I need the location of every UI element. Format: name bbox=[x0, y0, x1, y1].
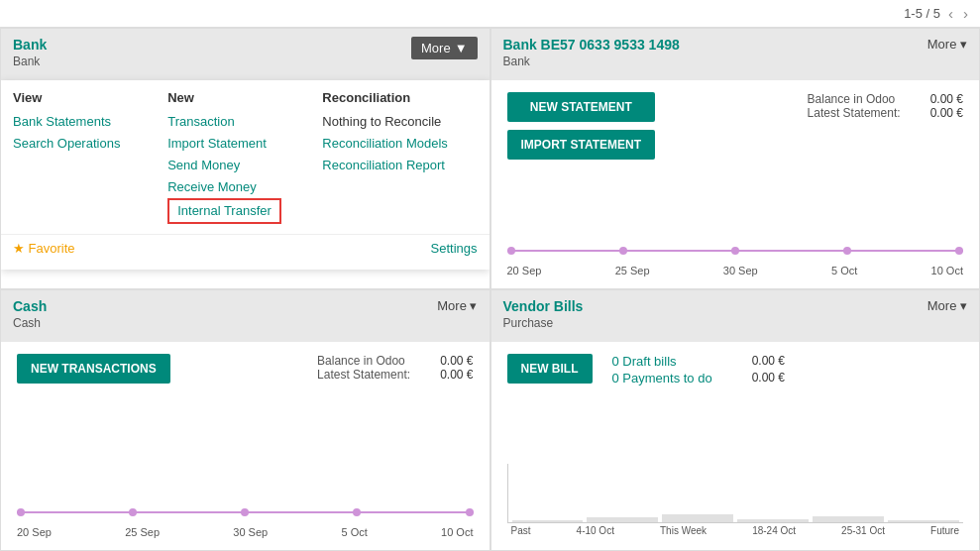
bar-chart-bars bbox=[507, 464, 964, 523]
bank-detail-body: NEW STATEMENT IMPORT STATEMENT Balance i… bbox=[491, 80, 980, 288]
new-col-title: New bbox=[167, 90, 322, 105]
prev-page-button[interactable]: ‹ bbox=[946, 5, 955, 22]
bank-detail-card: Bank BE57 0633 9533 1498 Bank More ▾ NEW… bbox=[490, 28, 981, 289]
bank-detail-subtitle: Bank bbox=[503, 55, 680, 68]
vendor-bills-body: NEW BILL 0 Draft bills 0.00 € 0 Payments… bbox=[491, 342, 980, 550]
bar-18-24-oct bbox=[737, 519, 809, 522]
cash-card-subtitle: Cash bbox=[13, 316, 47, 330]
reconciliation-col-title: Reconciliation bbox=[322, 90, 477, 105]
search-operations-link[interactable]: Search Operations bbox=[13, 133, 167, 155]
dropdown-view-col: View Bank Statements Search Operations bbox=[13, 90, 167, 224]
dropdown-footer: ★ Favorite Settings bbox=[1, 234, 490, 260]
vendor-bills-title: Vendor Bills bbox=[503, 298, 584, 314]
vendor-bills-header: Vendor Bills Purchase More ▾ bbox=[491, 290, 980, 342]
vendor-stats: 0 Draft bills 0.00 € 0 Payments to do 0.… bbox=[612, 354, 786, 386]
bank-card-title: Bank bbox=[13, 37, 47, 53]
pagination: 1-5 / 5 ‹ › bbox=[904, 5, 970, 22]
cash-balance-in-odoo-value: 0.00 € bbox=[440, 354, 473, 368]
dropdown-reconciliation-col: Reconciliation Nothing to Reconcile Reco… bbox=[322, 90, 477, 224]
payments-to-do-value: 0.00 € bbox=[752, 371, 785, 386]
bar-25-31-oct bbox=[813, 516, 884, 522]
bar-past bbox=[512, 520, 584, 522]
receive-money-link[interactable]: Receive Money bbox=[167, 176, 322, 198]
chevron-down-icon: ▼ bbox=[455, 41, 468, 55]
cash-balance-in-odoo-label: Balance in Odoo bbox=[317, 354, 405, 368]
bank-more-button[interactable]: More ▼ bbox=[411, 37, 478, 59]
transaction-link[interactable]: Transaction bbox=[167, 111, 322, 133]
cash-timeline-labels: 20 Sep 25 Sep 30 Sep 5 Oct 10 Oct bbox=[17, 526, 474, 538]
balance-in-odoo-value: 0.00 € bbox=[930, 92, 963, 106]
bank-statements-link[interactable]: Bank Statements bbox=[13, 111, 167, 133]
settings-link[interactable]: Settings bbox=[431, 241, 478, 256]
new-transactions-button[interactable]: NEW TRANSACTIONS bbox=[17, 354, 170, 384]
cash-latest-statement-value: 0.00 € bbox=[440, 368, 473, 382]
bank-detail-header: Bank BE57 0633 9533 1498 Bank More ▾ bbox=[491, 29, 980, 80]
top-bar: 1-5 / 5 ‹ › bbox=[0, 0, 980, 28]
import-statement-button[interactable]: IMPORT STATEMENT bbox=[507, 130, 656, 160]
bank-card-header: Bank Bank More ▼ bbox=[1, 29, 490, 80]
cash-card-title: Cash bbox=[13, 298, 47, 314]
latest-statement-label: Latest Statement: bbox=[808, 106, 901, 120]
next-page-button[interactable]: › bbox=[961, 5, 970, 22]
vendor-bills-more-button[interactable]: More ▾ bbox=[927, 298, 967, 313]
cash-card-header: Cash Cash More ▾ bbox=[1, 290, 490, 342]
bank-detail-timeline: 20 Sep 25 Sep 30 Sep 5 Oct 10 Oct bbox=[507, 233, 964, 276]
bank-detail-more-button[interactable]: More ▾ bbox=[927, 37, 967, 52]
balance-info: Balance in Odoo 0.00 € Latest Statement:… bbox=[808, 92, 963, 120]
vendor-bills-card: Vendor Bills Purchase More ▾ NEW BILL 0 … bbox=[490, 289, 981, 551]
dropdown-new-col: New Transaction Import Statement Send Mo… bbox=[167, 90, 322, 224]
bank-card-subtitle: Bank bbox=[13, 55, 47, 68]
bank-detail-action-row: NEW STATEMENT IMPORT STATEMENT Balance i… bbox=[507, 92, 964, 160]
draft-bills-label: 0 Draft bills bbox=[612, 354, 677, 369]
payments-to-do-row: 0 Payments to do 0.00 € bbox=[612, 371, 786, 386]
bank-timeline-labels: 20 Sep 25 Sep 30 Sep 5 Oct 10 Oct bbox=[507, 265, 964, 276]
draft-bills-row: 0 Draft bills 0.00 € bbox=[612, 354, 786, 369]
bar-future bbox=[888, 520, 959, 522]
cash-card-body: NEW TRANSACTIONS Balance in Odoo 0.00 € … bbox=[1, 342, 490, 550]
bar-chart-labels: Past 4-10 Oct This Week 18-24 Oct 25-31 … bbox=[507, 523, 964, 538]
reconciliation-report-link[interactable]: Reconciliation Report bbox=[322, 155, 477, 176]
bar-4-10-oct bbox=[587, 517, 658, 522]
balance-in-odoo-label: Balance in Odoo bbox=[808, 92, 896, 106]
new-statement-button[interactable]: NEW STATEMENT bbox=[507, 92, 656, 122]
vendor-bills-subtitle: Purchase bbox=[503, 316, 584, 330]
pagination-text: 1-5 / 5 bbox=[904, 6, 940, 21]
view-col-title: View bbox=[13, 90, 167, 105]
nothing-to-reconcile: Nothing to Reconcile bbox=[322, 111, 477, 133]
send-money-link[interactable]: Send Money bbox=[167, 155, 322, 176]
vendor-bills-chart: Past 4-10 Oct This Week 18-24 Oct 25-31 … bbox=[507, 456, 964, 538]
bar-this-week bbox=[662, 514, 733, 522]
cash-more-button[interactable]: More ▾ bbox=[437, 298, 477, 313]
favorite-link[interactable]: ★ Favorite bbox=[13, 241, 75, 256]
draft-bills-value: 0.00 € bbox=[752, 354, 785, 369]
cash-timeline: 20 Sep 25 Sep 30 Sep 5 Oct 10 Oct bbox=[17, 495, 474, 538]
reconciliation-models-link[interactable]: Reconciliation Models bbox=[322, 133, 477, 155]
cash-balance-info: Balance in Odoo 0.00 € Latest Statement:… bbox=[317, 354, 473, 382]
bank-detail-title: Bank BE57 0633 9533 1498 bbox=[503, 37, 680, 53]
bank-card: Bank Bank More ▼ View Bank Statements Se… bbox=[0, 28, 490, 289]
vendor-action-row: NEW BILL 0 Draft bills 0.00 € 0 Payments… bbox=[507, 354, 964, 386]
main-grid: Bank Bank More ▼ View Bank Statements Se… bbox=[0, 28, 980, 551]
internal-transfer-link[interactable]: Internal Transfer bbox=[173, 200, 275, 222]
cash-action-row: NEW TRANSACTIONS Balance in Odoo 0.00 € … bbox=[17, 354, 474, 384]
import-statement-link[interactable]: Import Statement bbox=[167, 133, 322, 155]
latest-statement-value: 0.00 € bbox=[930, 106, 963, 120]
new-bill-button[interactable]: NEW BILL bbox=[507, 354, 593, 384]
payments-to-do-label: 0 Payments to do bbox=[612, 371, 712, 386]
cash-card: Cash Cash More ▾ NEW TRANSACTIONS Balanc… bbox=[0, 289, 490, 551]
cash-latest-statement-label: Latest Statement: bbox=[317, 368, 410, 382]
bank-dropdown-menu: View Bank Statements Search Operations N… bbox=[1, 80, 490, 270]
